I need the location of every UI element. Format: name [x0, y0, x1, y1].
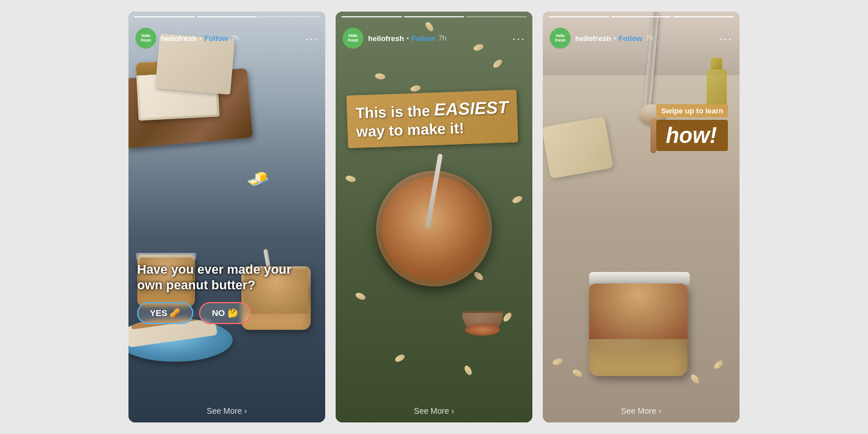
story3-text-overlay: Swipe up to learn how!	[656, 104, 728, 151]
stories-container: HelloFresh hellofresh • Follow 7h ···	[0, 0, 868, 434]
more-options-button-1[interactable]: ···	[305, 32, 318, 44]
emoji-sticker-1: 🧈	[247, 168, 270, 190]
dot-2: •	[406, 34, 409, 43]
see-more-chevron-3: ›	[659, 406, 661, 415]
header-info-3: hellofresh • Follow 7h	[575, 34, 719, 43]
peanut	[374, 72, 385, 80]
see-more-label-1: See More	[207, 406, 242, 415]
easiest-text: This is the EASIEST way to make it!	[355, 97, 509, 141]
poll-no-button[interactable]: NO 🤔	[199, 302, 251, 324]
story-header-2: HelloFresh hellofresh • Follow 7h ···	[336, 16, 532, 53]
s1-scene-bg: 🧈 Have you ever made your own peanut but…	[128, 12, 325, 422]
easiest-text-wrapper: This is the EASIEST way to make it!	[346, 90, 518, 148]
s3-scene-bg: Swipe up to learn how!	[543, 12, 740, 422]
peanut-s3	[689, 373, 700, 385]
follow-button-1[interactable]: Follow	[204, 34, 228, 43]
logo-text-2: HelloFresh	[348, 34, 358, 42]
story-image-2: This is the EASIEST way to make it!	[336, 12, 532, 422]
bowl-contents	[465, 324, 500, 336]
header-info-1: hellofresh • Follow 7h	[161, 34, 305, 43]
username-3: hellofresh	[575, 34, 611, 43]
overlay-emphasis: EASIEST	[434, 97, 509, 119]
question-text: Have you ever made your own peanut butte…	[137, 262, 317, 293]
story-card-3: HelloFresh hellofresh • Follow 7h ···	[543, 12, 740, 422]
overlay-line1: This is the	[355, 102, 435, 122]
timestamp-2: 7h	[439, 34, 446, 42]
peanut	[512, 194, 524, 204]
peanut	[410, 84, 421, 93]
swipe-up-label: Swipe up to learn	[656, 104, 728, 117]
follow-button-2[interactable]: Follow	[411, 34, 435, 43]
see-more-chevron-1: ›	[244, 406, 247, 415]
logo-text-3: HelloFresh	[555, 34, 565, 42]
overlay-line2: way to make it!	[356, 119, 464, 140]
small-bowl	[462, 311, 503, 340]
peanut-s3	[713, 359, 724, 370]
avatar-3: HelloFresh	[550, 28, 571, 49]
see-more-label-3: See More	[621, 406, 656, 415]
plate-area	[128, 318, 244, 370]
story-card-1: HelloFresh hellofresh • Follow 7h ···	[128, 12, 325, 422]
see-more-button-1[interactable]: See More ›	[128, 406, 325, 415]
logo-text-1: HelloFresh	[141, 34, 151, 42]
story1-text-overlay: Have you ever made your own peanut butte…	[137, 262, 317, 324]
peanut-s3	[552, 357, 564, 366]
timestamp-3: 7h	[646, 34, 653, 42]
follow-button-3[interactable]: Follow	[619, 34, 642, 43]
poll-yes-button[interactable]: YES 🥜	[137, 302, 193, 324]
peanut	[394, 353, 406, 363]
see-more-button-2[interactable]: See More ›	[336, 406, 532, 415]
story-image-3: Swipe up to learn how!	[543, 12, 740, 422]
peanut	[355, 292, 367, 301]
more-options-button-2[interactable]: ···	[512, 32, 525, 44]
story-card-2: HelloFresh hellofresh • Follow 7h ···	[336, 12, 532, 422]
see-more-button-3[interactable]: See More ›	[543, 406, 740, 415]
story2-text-overlay: This is the EASIEST way to make it!	[347, 93, 521, 145]
poll-buttons: YES 🥜 NO 🤔	[137, 302, 317, 324]
dot-3: •	[613, 34, 616, 43]
peanuts-story3	[543, 330, 740, 388]
bottle-neck	[711, 58, 722, 69]
header-info-2: hellofresh • Follow 7h	[368, 34, 512, 43]
username-1: hellofresh	[161, 34, 197, 43]
bg-bread	[546, 122, 615, 179]
jar-top-view	[376, 171, 492, 286]
peanut	[502, 311, 513, 322]
story3-jar-lid	[589, 272, 690, 285]
how-text: how!	[665, 123, 717, 148]
see-more-footer-2: See More ›	[336, 406, 532, 415]
see-more-chevron-2: ›	[451, 406, 454, 415]
story-image-1: 🧈 Have you ever made your own peanut but…	[128, 12, 325, 422]
bg-bread-slice	[543, 116, 613, 179]
peanut-s3	[572, 368, 584, 378]
s2-scene-bg: This is the EASIEST way to make it!	[336, 12, 532, 422]
story-header-1: HelloFresh hellofresh • Follow 7h ···	[128, 16, 325, 53]
see-more-footer-3: See More ›	[543, 406, 740, 415]
story-header-3: HelloFresh hellofresh • Follow 7h ···	[543, 16, 740, 53]
dot-1: •	[199, 34, 202, 43]
see-more-label-2: See More	[414, 406, 449, 415]
avatar-2: HelloFresh	[343, 28, 363, 49]
see-more-footer-1: See More ›	[128, 406, 325, 415]
timestamp-1: 7h	[231, 34, 239, 42]
avatar-1: HelloFresh	[135, 28, 156, 49]
pb-drip	[650, 119, 656, 153]
username-2: hellofresh	[368, 34, 404, 43]
plate-oval	[128, 318, 233, 362]
how-text-wrapper: how!	[656, 120, 728, 151]
more-options-button-3[interactable]: ···	[719, 32, 733, 44]
peanut	[492, 58, 503, 69]
peanut	[463, 365, 473, 377]
peanut	[345, 175, 356, 183]
